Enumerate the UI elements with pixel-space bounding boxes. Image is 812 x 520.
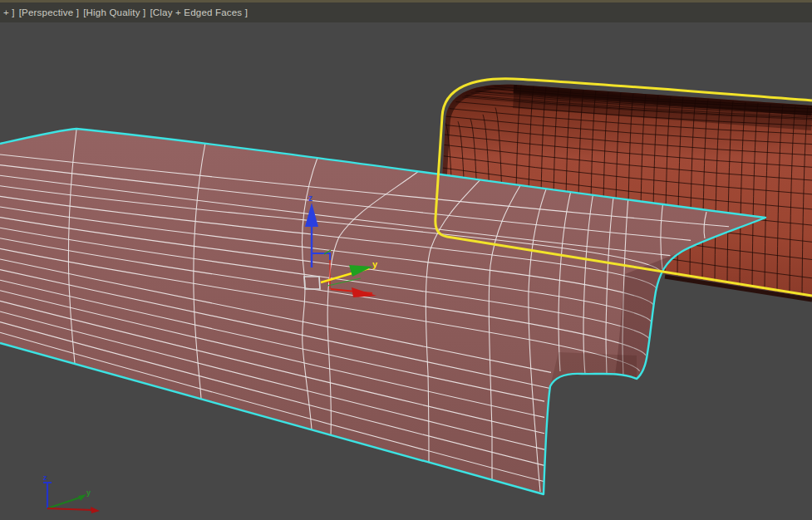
viewport-pov-menu[interactable]: [Perspective ]: [19, 7, 79, 17]
viewport-general-menu[interactable]: + ]: [3, 7, 15, 17]
gizmo-z-label: z: [308, 194, 312, 203]
viewport-quality-menu[interactable]: [High Quality ]: [83, 7, 145, 17]
viewport-label-bar: + ] [Perspective ] [High Quality ] [Clay…: [0, 2, 812, 22]
world-y-label: y: [86, 488, 91, 497]
world-z-label: z: [43, 473, 47, 482]
viewport: z y z y + ] [P: [0, 0, 812, 520]
gizmo-y-label: y: [372, 259, 378, 269]
viewport-shading-menu[interactable]: [Clay + Edged Faces ]: [150, 7, 248, 17]
viewport-canvas[interactable]: z y z y: [0, 0, 812, 520]
